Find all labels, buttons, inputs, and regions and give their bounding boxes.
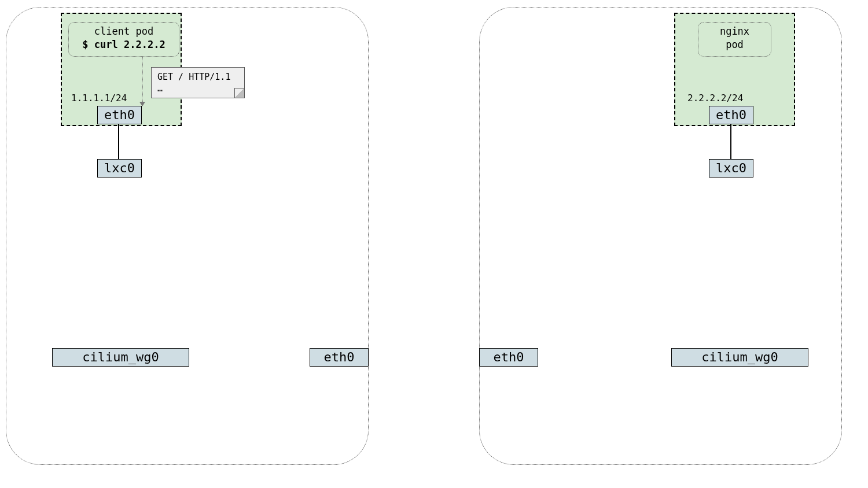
right-cilium-wg0: cilium_wg0 [671,348,808,367]
pod-client-command: $ curl 2.2.2.2 [72,38,175,51]
right-lxc0: lxc0 [709,159,753,178]
left-host-eth0: eth0 [310,348,369,367]
left-lxc0: lxc0 [97,159,142,178]
pod-nginx-eth0: eth0 [709,106,753,124]
right-veth-link [730,124,731,159]
pod-nginx-inner: nginx pod [698,22,771,57]
http-note-line2: … [157,83,238,94]
left-veth-link [118,124,119,159]
pod-nginx-title-line1: nginx [702,25,767,38]
left-cilium-wg0: cilium_wg0 [52,348,189,367]
pod-client-inner: client pod $ curl 2.2.2.2 [68,22,179,57]
pod-nginx-ip: 2.2.2.2/24 [687,93,743,103]
pod-client-title: client pod [72,25,175,38]
http-request-note: GET / HTTP/1.1 … [151,67,245,98]
diagram-canvas: client pod $ curl 2.2.2.2 1.1.1.1/24 eth… [0,0,868,488]
pod-client-ip: 1.1.1.1/24 [71,93,127,103]
right-host-eth0: eth0 [479,348,538,367]
note-fold-icon [234,88,244,98]
http-note-line1: GET / HTTP/1.1 [157,71,238,83]
pod-client-eth0: eth0 [97,106,142,124]
pod-nginx-title-line2: pod [702,38,767,51]
pod-client-arrow-head [139,102,145,106]
pod-client-arrow-shaft [142,57,143,103]
